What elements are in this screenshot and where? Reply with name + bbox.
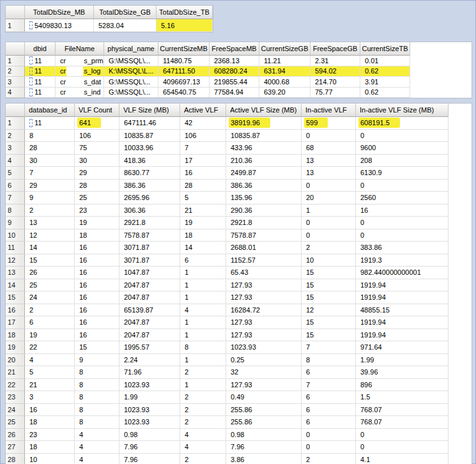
cell[interactable]: 18 [25,441,75,454]
row-header[interactable]: 9 [6,217,25,229]
column-header-currentsizetb[interactable]: CurrentSizeTB [360,42,410,56]
cell[interactable]: 5.16 [157,19,213,32]
row-header[interactable]: 22 [6,379,25,392]
cell[interactable]: 2695.96 [119,192,180,205]
row-header[interactable]: 20 [6,354,25,367]
cell[interactable]: 15 [75,341,119,354]
cell[interactable]: 6 [180,254,226,267]
cell[interactable]: 768.07 [356,416,449,429]
column-header-database-id[interactable]: database_id [25,104,75,117]
row-header[interactable]: 11 [6,242,25,254]
cell[interactable]: 65139.87 [119,304,180,317]
cell[interactable]: 0 [356,429,449,442]
cell[interactable]: 127.93 [226,329,302,342]
cell[interactable]: 25 [75,192,119,205]
cell[interactable]: 20 [302,192,356,205]
cell[interactable]: 29 [25,180,75,192]
cell[interactable]: 0.25 [226,354,302,367]
cell[interactable]: crs_log [56,66,104,77]
cell[interactable]: 1.99 [119,391,180,404]
cell[interactable]: 71.96 [119,366,180,379]
cell[interactable]: 2 [302,242,356,254]
row-header[interactable]: 7 [6,192,25,205]
cell[interactable]: 16 [75,291,119,304]
cell[interactable]: 14 [180,242,226,254]
cell[interactable]: 4 [180,429,226,442]
cell[interactable]: 3.91 [360,77,410,88]
cell[interactable]: 2499.87 [226,167,302,180]
cell[interactable]: 1 [180,279,226,292]
cell[interactable]: 2921.8 [226,217,302,229]
cell[interactable]: 8 [180,341,226,354]
cell[interactable]: 639.20 [259,88,311,98]
cell[interactable]: 2 [25,205,75,217]
cell[interactable]: 4 [75,429,119,442]
cell[interactable]: 16 [75,304,119,317]
cell[interactable]: 1 [180,329,226,342]
cell[interactable]: 13 [25,217,75,229]
cell[interactable]: 24 [25,291,75,304]
cell[interactable]: 16284.72 [226,304,302,317]
cell[interactable]: 7 [25,167,75,180]
select-all-corner[interactable] [6,104,25,117]
cell[interactable]: 654540.75 [158,88,210,98]
cell[interactable]: 2047.87 [119,279,180,292]
cell[interactable]: 17 [180,155,226,167]
cell[interactable]: 4 [25,354,75,367]
cell[interactable]: 0 [356,130,449,143]
cell[interactable]: 106 [180,130,226,143]
row-header[interactable]: 8 [6,205,25,217]
cell[interactable]: 0 [356,441,449,454]
row-header[interactable]: 1 [6,19,25,32]
cell[interactable]: 0 [302,441,356,454]
cell[interactable]: G:\MSSQL\... [104,77,158,88]
cell[interactable]: 6 [302,404,356,417]
cell[interactable]: 0.62 [360,66,410,77]
cell[interactable]: 219855.44 [210,77,259,88]
cell[interactable]: 9 [75,354,119,367]
row-header[interactable]: 15 [6,291,25,304]
row-header[interactable]: 28 [6,454,25,464]
cell[interactable]: 290.36 [226,205,302,217]
cell[interactable]: 0.62 [360,88,410,98]
cell[interactable]: 1919.94 [356,279,449,292]
cell[interactable]: 768.07 [356,404,449,417]
row-header[interactable]: 10 [6,229,25,242]
row-header[interactable]: 2 [6,130,25,143]
cell[interactable]: 30 [25,155,75,167]
cell[interactable]: 1 [180,291,226,304]
cell[interactable]: 1023.93 [226,341,302,354]
cell[interactable]: 7 [302,341,356,354]
row-header[interactable]: 4 [6,88,25,98]
cell[interactable]: 1 [180,354,226,367]
cell[interactable]: 5283.04 [94,19,157,32]
row-header[interactable]: 23 [6,391,25,404]
cell[interactable]: 10033.96 [119,142,180,155]
cell[interactable]: 15 [302,279,356,292]
column-header-freespacemb[interactable]: FreeSpaceMB [210,42,259,56]
cell[interactable]: 2.24 [119,354,180,367]
cell[interactable]: 7.96 [119,454,180,464]
cell[interactable]: 0.49 [226,391,302,404]
cell[interactable]: 13 [302,155,356,167]
cell[interactable]: 5 [25,366,75,379]
cell[interactable]: crs_prm [56,56,104,66]
cell[interactable]: 3.86 [226,454,302,464]
column-header-vlf-size-mb[interactable]: VLF Size (MB) [119,104,180,117]
cell[interactable]: 18 [180,229,226,242]
cell[interactable]: 608280.24 [210,66,259,77]
cell[interactable]: 2921.8 [119,217,180,229]
cell[interactable]: 3071.87 [119,254,180,267]
cell[interactable]: 48855.15 [356,304,449,317]
cell[interactable]: 4 [180,441,226,454]
cell[interactable]: 8 [302,354,356,367]
cell[interactable]: 1 [180,316,226,329]
cell[interactable]: 255.86 [226,404,302,417]
cell[interactable]: 39.96 [356,366,449,379]
cell[interactable]: 18 [25,416,75,429]
cell[interactable]: 631.94 [259,66,311,77]
row-header[interactable]: 6 [6,180,25,192]
cell[interactable]: 11 [25,117,75,130]
cell[interactable]: 982.440000000001 [356,267,449,279]
column-header-filename[interactable]: FileName [56,42,104,56]
